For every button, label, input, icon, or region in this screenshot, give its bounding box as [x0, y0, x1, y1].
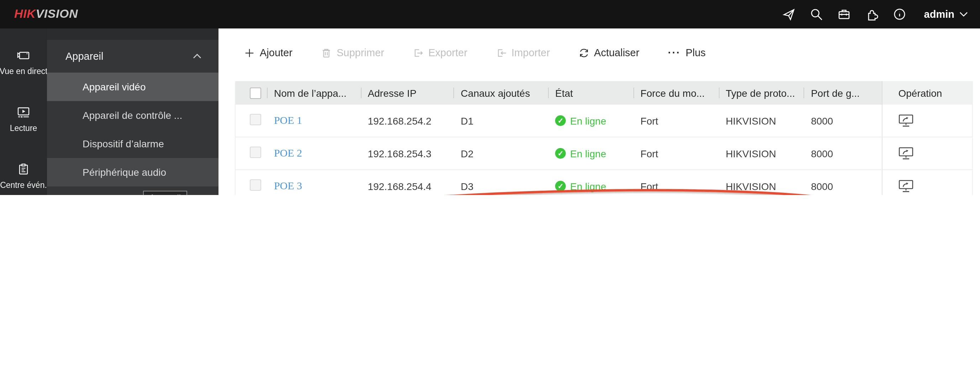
sidebar-item-playback[interactable]: Lecture	[0, 91, 47, 148]
col-header-password: Force du mo...	[633, 81, 719, 105]
ip-cell: 192.168.254.3	[361, 148, 453, 159]
logo-hik: HIK	[14, 7, 36, 21]
more-button[interactable]: ··· Plus	[668, 47, 706, 58]
main-content: Ajouter Supprimer Exporter Importer Actu…	[218, 29, 980, 195]
chevron-up-icon	[193, 53, 201, 59]
menu-section-groupe-appareils[interactable]: Groupe d’appareils	[47, 186, 218, 195]
col-header-name: Nom de l’appa...	[267, 81, 361, 105]
channel-cell: D3	[454, 180, 548, 192]
row-checkbox[interactable]	[250, 114, 261, 125]
col-header-channels: Canaux ajoutés	[454, 81, 548, 105]
remote-config-icon[interactable]	[898, 179, 914, 193]
more-icon: ···	[668, 49, 681, 56]
col-header-port: Port de g...	[804, 81, 882, 105]
logo-vision: VISION	[36, 7, 78, 21]
protocol-cell: HIKVISION	[719, 148, 804, 159]
menu-section-appareil[interactable]: Appareil	[47, 40, 218, 73]
protocol-cell: HIKVISION	[719, 115, 804, 126]
delete-button: Supprimer	[321, 47, 384, 58]
table-row: POE 1 192.168.254.2 D1 En ligne Fort HIK…	[235, 105, 972, 137]
select-all-checkbox[interactable]	[250, 87, 261, 99]
row-checkbox[interactable]	[250, 146, 261, 158]
search-icon[interactable]	[810, 8, 823, 21]
sidebar-item-event-center[interactable]: Centre évén.	[0, 148, 47, 195]
status-icon	[555, 148, 566, 159]
device-access-menu: Appareil Appareil vidéo Appareil de cont…	[47, 29, 218, 195]
channel-cell: D2	[454, 148, 548, 159]
port-cell: 8000	[804, 180, 882, 192]
topbar-actions: admin	[783, 8, 980, 21]
top-bar: HIKVISION admin	[0, 0, 980, 29]
refresh-button[interactable]: Actualiser	[578, 47, 639, 58]
main-sidebar: Vue en direct Lecture Centre évén. AI Ce…	[0, 29, 47, 195]
remote-config-icon[interactable]	[898, 114, 914, 127]
menu-item-peripherique-audio[interactable]: Périphérique audio	[47, 158, 218, 186]
chevron-down-icon	[959, 11, 968, 17]
menu-item-appareil-controle[interactable]: Appareil de contrôle ...	[47, 101, 218, 129]
username: admin	[924, 8, 955, 20]
ip-cell: 192.168.254.2	[361, 115, 453, 126]
status-icon	[555, 181, 566, 191]
status-badge: En ligne	[548, 180, 633, 192]
status-text: En ligne	[570, 148, 606, 159]
password-strength-cell: Fort	[633, 115, 719, 126]
add-button[interactable]: Ajouter	[244, 47, 293, 58]
password-strength-cell: Fort	[633, 180, 719, 192]
col-header-status: État	[548, 81, 633, 105]
playback-icon	[16, 105, 30, 119]
table-toolbar: Ajouter Supprimer Exporter Importer Actu…	[244, 47, 706, 58]
status-badge: En ligne	[548, 148, 633, 159]
status-badge: En ligne	[548, 115, 633, 126]
col-header-operation: Opération	[882, 81, 972, 105]
device-table: Nom de l’appa... Adresse IP Canaux ajout…	[235, 81, 973, 195]
table-header: Nom de l’appa... Adresse IP Canaux ajout…	[235, 81, 972, 105]
status-icon	[555, 115, 566, 126]
port-cell: 8000	[804, 115, 882, 126]
hikvision-logo: HIKVISION	[0, 7, 78, 21]
device-name-link[interactable]: POE 3	[274, 180, 302, 191]
ip-cell: 192.168.254.4	[361, 180, 453, 192]
port-cell: 8000	[804, 148, 882, 159]
protocol-cell: HIKVISION	[719, 180, 804, 192]
status-text: En ligne	[570, 180, 606, 192]
user-menu[interactable]: admin	[924, 8, 968, 20]
export-button: Exporter	[413, 47, 468, 58]
sidebar-item-live-view[interactable]: Vue en direct	[0, 34, 47, 91]
menu-group: Appareil Appareil vidéo Appareil de cont…	[47, 40, 218, 195]
app-window: HIKVISION admin	[0, 0, 980, 195]
device-name-link[interactable]: POE 1	[274, 115, 302, 126]
password-strength-cell: Fort	[633, 148, 719, 159]
send-icon[interactable]	[783, 8, 795, 21]
info-icon[interactable]	[894, 8, 906, 21]
channel-cell: D1	[454, 115, 548, 126]
menu-item-dispositif-alarme[interactable]: Dispositif d’alarme	[47, 129, 218, 158]
status-text: En ligne	[570, 115, 606, 126]
col-header-ip: Adresse IP	[361, 81, 453, 105]
event-center-icon	[16, 162, 30, 177]
export-icon	[413, 47, 423, 58]
refresh-icon	[578, 47, 589, 58]
device-name-link[interactable]: POE 2	[274, 147, 302, 159]
trash-icon	[321, 47, 332, 58]
toolbox-icon[interactable]	[838, 8, 851, 21]
menu-item-appareil-video[interactable]: Appareil vidéo	[47, 73, 218, 101]
import-icon	[496, 47, 506, 58]
row-checkbox[interactable]	[250, 179, 261, 191]
col-header-protocol: Type de proto...	[719, 81, 804, 105]
table-row: POE 2 192.168.254.3 D2 En ligne Fort HIK…	[235, 137, 972, 170]
plus-icon	[244, 47, 255, 58]
tooltip-appareil: Appareil	[143, 191, 187, 195]
live-view-icon	[16, 48, 30, 63]
table-row: POE 3 192.168.254.4 D3 En ligne Fort HIK…	[235, 170, 972, 195]
import-button: Importer	[496, 47, 550, 58]
remote-config-icon[interactable]	[898, 146, 914, 160]
plugin-icon[interactable]	[866, 8, 878, 21]
